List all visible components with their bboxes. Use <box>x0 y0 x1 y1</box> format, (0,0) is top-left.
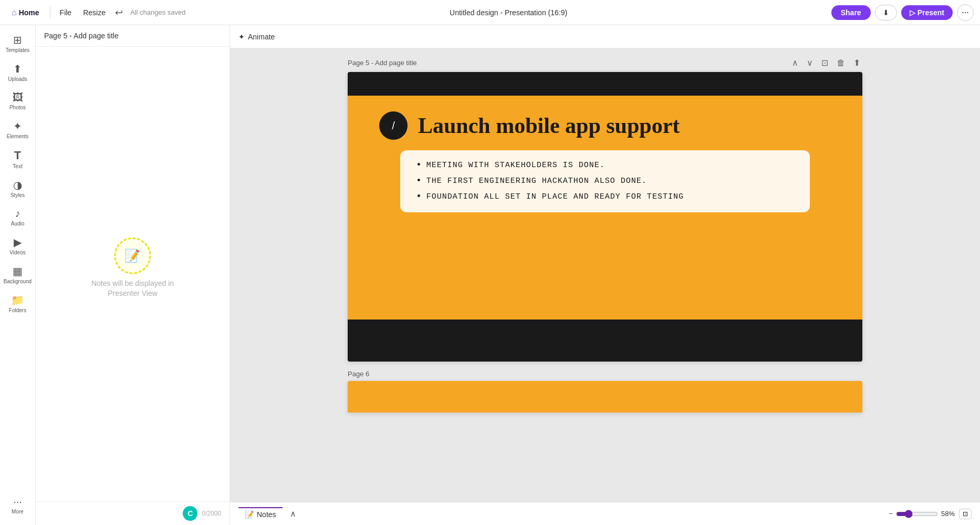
present-button[interactable]: ▷ Present <box>901 5 953 20</box>
notes-tab-button[interactable]: 📝 Notes <box>238 507 283 521</box>
topbar-left: ⌂ Home File Resize ↩ All changes saved <box>6 5 185 20</box>
document-title: Untitled design - Presentation (16:9) <box>190 8 827 17</box>
slide-bullet-2: • The first engineering hackathon also d… <box>416 177 794 186</box>
sidebar-item-label: Photos <box>9 105 26 110</box>
slide-down-button[interactable]: ∨ <box>805 57 815 69</box>
sidebar-item-label: Background <box>4 279 32 284</box>
audio-icon: ♪ <box>15 208 20 220</box>
bullet-text-3: Foundation all set in place and ready fo… <box>426 192 684 201</box>
animate-label: Animate <box>248 33 275 41</box>
bullet-dot: • <box>416 176 422 186</box>
char-count: 0/2000 <box>202 510 221 517</box>
notes-bottom: C 0/2000 <box>36 501 230 525</box>
bottom-right: − 58% ⊡ <box>889 509 972 519</box>
animate-button[interactable]: ✦ Animate <box>238 33 275 41</box>
sidebar-item-styles[interactable]: ◑ Styles <box>2 174 34 202</box>
sidebar-more-label: More <box>12 509 24 514</box>
sidebar-item-label: Elements <box>7 133 29 139</box>
sidebar-item-label: Styles <box>11 192 25 198</box>
sidebar-item-uploads[interactable]: ⬆ Uploads <box>2 58 34 86</box>
notes-placeholder: 📝 Notes will be displayed in Presenter V… <box>91 237 174 298</box>
notes-circle: 📝 <box>114 237 151 274</box>
notes-hint: Notes will be displayed in Presenter Vie… <box>91 278 174 298</box>
zoom-control: − 58% <box>889 510 955 518</box>
sidebar-item-text[interactable]: T Text <box>2 145 34 173</box>
home-icon: ⌂ <box>12 8 17 17</box>
download-icon: ⬇ <box>883 8 889 17</box>
sidebar-item-more[interactable]: ··· More <box>2 491 34 519</box>
bullet-dot: • <box>416 191 422 202</box>
sidebar-item-background[interactable]: ▦ Background <box>2 261 34 289</box>
styles-icon: ◑ <box>13 179 22 191</box>
notes-circle-icon: 📝 <box>124 248 140 263</box>
slide-number-circle: / <box>379 111 408 140</box>
notes-area[interactable]: 📝 Notes will be displayed in Presenter V… <box>36 47 230 501</box>
main-area: ⊞ Templates ⬆ Uploads 🖼 Photos ✦ Element… <box>0 25 980 525</box>
more-options-button[interactable]: ··· <box>957 4 974 21</box>
fit-button[interactable]: ⊡ <box>959 509 972 519</box>
page-title-bar: Page 5 - Add page title <box>36 25 230 47</box>
zoom-slider[interactable] <box>896 510 938 518</box>
templates-icon: ⊞ <box>13 34 22 46</box>
sidebar: ⊞ Templates ⬆ Uploads 🖼 Photos ✦ Element… <box>0 25 36 525</box>
notes-tab-icon: 📝 <box>245 510 254 519</box>
collapse-button[interactable]: ∧ <box>287 507 299 521</box>
slide-6-partial[interactable] <box>348 381 862 413</box>
slide-title-row: / Launch mobile app support <box>379 111 831 140</box>
more-options-icon: ··· <box>962 8 968 17</box>
bullet-text-1: Meeting with stakeholders is done. <box>426 161 605 170</box>
slide-delete-button[interactable]: 🗑 <box>835 57 847 69</box>
slide-copy-button[interactable]: ⊡ <box>819 57 830 69</box>
background-icon: ▦ <box>13 265 23 277</box>
zoom-percent: 58% <box>941 510 955 518</box>
sidebar-item-audio[interactable]: ♪ Audio <box>2 203 34 231</box>
sidebar-item-label: Folders <box>9 307 26 313</box>
slide-6-label: Page 6 <box>348 370 862 378</box>
canva-ai-button[interactable]: C <box>183 506 197 521</box>
slide-bullet-3: • Foundation all set in place and ready … <box>416 192 794 202</box>
slide-share-button[interactable]: ⬆ <box>851 57 862 69</box>
slide-6-wrapper: Page 6 <box>348 370 862 413</box>
canvas-area: ✦ Animate Page 5 - Add page title ∧ ∨ ⊡ … <box>230 25 980 525</box>
slide-6-title: Page 6 <box>348 370 369 378</box>
animate-bar: ✦ Animate <box>230 25 980 48</box>
photos-icon: 🖼 <box>13 91 23 104</box>
slide-5-wrapper: Page 5 - Add page title ∧ ∨ ⊡ 🗑 ⬆ <box>348 57 862 362</box>
slide-title: Launch mobile app support <box>418 113 680 138</box>
share-button[interactable]: Share <box>831 5 871 20</box>
sidebar-item-videos[interactable]: ▶ Videos <box>2 232 34 260</box>
chevron-up-icon: ∧ <box>290 509 296 518</box>
slide-bottom-strip <box>348 320 862 362</box>
sidebar-item-photos[interactable]: 🖼 Photos <box>2 87 34 115</box>
slide-5-title: Page 5 - Add page title <box>348 59 417 67</box>
autosave-status: All changes saved <box>130 8 186 16</box>
slides-container[interactable]: Page 5 - Add page title ∧ ∨ ⊡ 🗑 ⬆ <box>230 48 980 502</box>
bullet-text-2: The first engineering hackathon also don… <box>426 177 647 186</box>
sidebar-item-label: Videos <box>9 250 25 255</box>
videos-icon: ▶ <box>14 236 22 249</box>
bottom-left: 📝 Notes ∧ <box>238 507 299 521</box>
left-panel: Page 5 - Add page title 📝 Notes will be … <box>36 25 230 525</box>
undo-button[interactable]: ↩ <box>113 5 125 20</box>
sidebar-item-folders[interactable]: 📁 Folders <box>2 290 34 317</box>
more-icon: ··· <box>13 496 22 508</box>
download-button[interactable]: ⬇ <box>875 5 897 20</box>
sidebar-item-label: Audio <box>11 221 25 227</box>
sidebar-item-elements[interactable]: ✦ Elements <box>2 116 34 143</box>
present-icon: ▷ <box>910 8 915 17</box>
sidebar-item-templates[interactable]: ⊞ Templates <box>2 29 34 57</box>
topbar: ⌂ Home File Resize ↩ All changes saved U… <box>0 0 980 25</box>
present-label: Present <box>918 8 944 17</box>
slide-up-button[interactable]: ∧ <box>790 57 800 69</box>
sidebar-item-label: Uploads <box>8 76 27 82</box>
sidebar-item-label: Text <box>13 163 22 169</box>
animate-icon: ✦ <box>238 33 245 41</box>
slide-5-content: / Launch mobile app support • Meeting wi… <box>348 96 862 320</box>
topbar-right: Share ⬇ ▷ Present ··· <box>831 4 974 21</box>
slide-bullet-1: • Meeting with stakeholders is done. <box>416 161 794 170</box>
home-button[interactable]: ⌂ Home <box>6 6 45 19</box>
uploads-icon: ⬆ <box>13 63 22 75</box>
file-menu-button[interactable]: File <box>56 6 76 19</box>
slide-5-frame[interactable]: / Launch mobile app support • Meeting wi… <box>348 72 862 362</box>
resize-menu-button[interactable]: Resize <box>79 6 110 19</box>
